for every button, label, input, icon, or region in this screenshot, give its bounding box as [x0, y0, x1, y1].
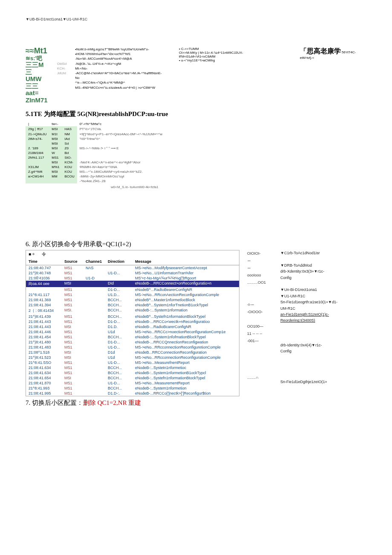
bits-column: OIOIOI-⸺⸺oooIooo..........OO1 -I-⸺-OIOOO… — [247, 250, 273, 381]
trace-row[interactable]: MS1D1-D...eNodeB^...RadtoBearerConfigNR — [26, 287, 239, 292]
trace-row[interactable]: 向oa.44 oeeMSIDIdeNodeB-...RRCConnect>onR… — [26, 281, 239, 287]
tree-column: ▼C1rb-ToAc1dNod1isr ▼DRB-ToAddModdrb-Xde… — [280, 250, 337, 385]
trace-row[interactable]: 21:08:41.870MS1U1-D...MS->eNo...Measurem… — [26, 381, 239, 386]
trace-header: Time Source Channe1 Direction Message — [26, 258, 239, 265]
trace-row[interactable]: 21^)8:41.439MS1BCCH...eNodeB^...Systefn1… — [26, 314, 239, 319]
trace-row[interactable]: 21^)8:41.523MSIU1dMS->eNo...RRcconnectio… — [26, 355, 239, 360]
table-row: 2N%1.117MS1StO- — [26, 155, 165, 160]
trace-row[interactable]: 21:08:41.654MSIBCCH...eNodeB-:..Systefn1… — [26, 375, 239, 381]
trace-row[interactable]: 21:08:41.443MSID1.D.eNodeB-...RadioBcare… — [26, 324, 239, 329]
trace-row[interactable]: 21:08:41.369MS1BCCH...eNodeB^...Master1n… — [26, 297, 239, 302]
trace-table[interactable]: ■ ÷ 令 Time Source Channe1 Direction Mess… — [26, 250, 239, 396]
trace-row[interactable]: 21:08:41.634MS1BCCH...eNodeB-:..Systetn1… — [26, 365, 239, 370]
heading-6: 6. 原小区切换命令专用承载=QC1(I+2) — [26, 240, 366, 248]
trace-row[interactable]: 21^8:41.117MS1U1.D...MS->eNo...RRconAect… — [26, 292, 239, 297]
table-row: Z.g4^%f4MStKOUMS---^''x-1tMCcAWM^<y4>ra¼… — [26, 169, 165, 174]
table-row: 29g｜ff17MSIHASPT'½>"JTCVa. — [26, 126, 165, 132]
table-row: 2tM<s74-MStIAd'½0^Trtnw'½^ — [26, 137, 165, 141]
section-1: ≈≈Mt1 ≋s:'吧 三三M 三 UMW 三三 aat= ZInM71 Old… — [26, 47, 366, 104]
trace-row[interactable]: 21:08:41.446MS1U1dMS->eNo...RRCCc>noecti… — [26, 329, 239, 334]
trace-row[interactable]: 21^8:41.SSOMS1U1-D...MS->eNo...Measurefn… — [26, 360, 239, 365]
cjk-title: 「思高老康学 — [300, 47, 341, 55]
table-row: MStSd — [26, 141, 165, 146]
table-row: MSIKCM--Ned'4:-AAC<A^'x-ebe^'<-eo^#gM^'A… — [26, 160, 165, 165]
trace-row[interactable]: 21:08:41.483MS1U1-D...MS->eNo...RRcconne… — [26, 345, 239, 350]
table-row: a>CM14HMMBCOU-M#M-·2y<MMOrmMrOcc'¼yl — [26, 174, 165, 179]
trace-row[interactable]: 21:08:41.394MS1BCCH...eNodeB^...System1n… — [26, 302, 239, 308]
heading-7: 7. 切换后小区配置：删除 QC1=2,NR 重建 — [26, 399, 366, 407]
section-6: ■ ÷ 令 Time Source Channe1 Direction Mess… — [26, 250, 366, 396]
trace-row[interactable]: 21^}8:40.748MS1U1-D...MS->eNo...U1Inform… — [26, 270, 239, 276]
trace-row[interactable]: 21^)8:41.480MS1D1-D...eNodeB-...RRCCQnne… — [26, 340, 239, 345]
mid-labels: OldSd KCH- JdUId — [57, 47, 66, 76]
trace-row[interactable]: 21:08:41.443MS1D1-D...eNodeB-...RRCCo<we… — [26, 319, 239, 324]
heading-5: 5.1TE 为终端配置 5G(NR)reestablishPDCP:uu-tru… — [26, 110, 366, 118]
table-row: 218M1M4WBd — [26, 151, 165, 155]
right-block: • C->>TUMMCt>>M-MKy | M<11r-4-'¼4^11nM9C… — [179, 47, 366, 62]
trace-row[interactable]: 2｛ : 08:41434MSI.BCCH...eNodeB-:...Syste… — [26, 308, 239, 314]
trace-row[interactable]: 21:08^1.518MSID1deNodeB...RRCConnectionR… — [26, 350, 239, 355]
trace-row[interactable]: 21:0ß'41036MS1U1-DMS'>z-No-MgA¾ur¾¾t%g['… — [26, 276, 239, 281]
table-row: X31JMM%1KOUΦNMfH-W<4as«'e^'½NA — [26, 165, 165, 169]
table-5: |tw<-0"-<%^'Mrtw"c 29g｜ff17MSIHASPT'½>"J… — [26, 122, 165, 183]
table-row: 21->QMoJUM1tNM»9[']^Mod^y<P1--er^f'<Qres… — [26, 132, 165, 137]
trace-row[interactable]: 21:08:41.454MS1BCCH...eNodeB-:...System1… — [26, 334, 239, 340]
table-row: 2. '189MSIZ0MS->-^-%Me-≻ i ° ° ⟶ E — [26, 146, 165, 151]
table-row: -'%o4ee.ZⅠ41-.28 — [26, 179, 165, 183]
table-5-footer: w0<M_S./e-·toAxmM0·4k<fcfa1 — [111, 185, 366, 189]
green-text-blob: ≈≈Mt1 ≋s:'吧 三三M 三 UMW 三三 aat= ZInM71 — [26, 47, 49, 104]
top-config-line: ▼UB-Bi-D1rect1ona1▼U1-UM-R1C — [26, 17, 366, 21]
trace-row[interactable]: 21:08:41.634MS1BCCH...eNodeB-:..System1n… — [26, 370, 239, 375]
mid-lines: •NoM.b-mMg.egc¼T'"BtNwM-'¼yU0w'\UcrwM''o… — [75, 47, 162, 90]
trace-row[interactable]: 21^8:41.993MS1BCCH...eNodeB-:..System1nf… — [26, 386, 239, 391]
trace-row[interactable]: 21:08:40.747MS1NASMS->eNo...Modifyfpseea… — [26, 265, 239, 270]
trace-row[interactable]: 21:08:41.995MS1D1.D-:.eNodeB-...RRCCo[']… — [26, 391, 239, 396]
